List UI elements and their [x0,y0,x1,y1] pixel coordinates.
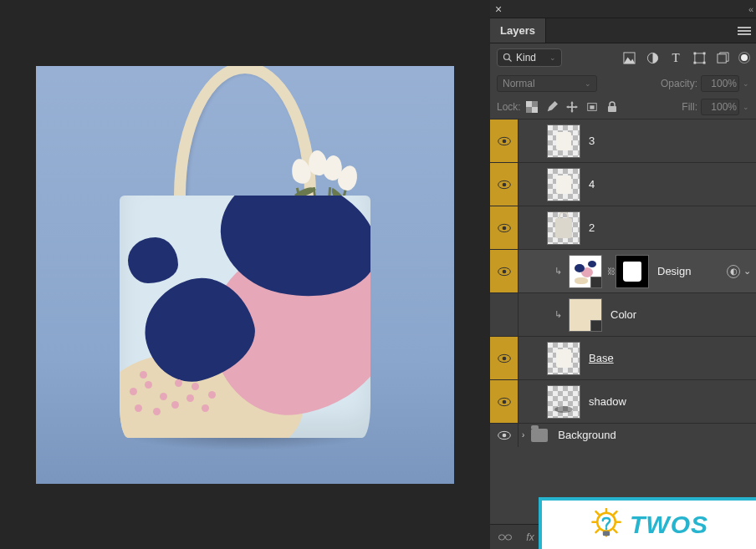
filter-toggle[interactable] [739,53,749,63]
svg-point-3 [504,54,510,60]
visibility-toggle[interactable] [490,293,518,336]
layer-mask-thumbnail[interactable] [616,255,649,288]
layer-row-base[interactable]: Base [490,336,756,379]
layer-row-design[interactable]: ↳ ⛓ Design ◐ ⌄ [490,249,756,292]
blend-row: Normal ⌄ Opacity: 100% ⌄ [490,72,756,95]
layer-name[interactable]: Base [589,352,614,364]
visibility-toggle[interactable] [490,119,518,162]
svg-rect-10 [702,52,705,54]
lock-artboard-icon[interactable] [586,101,598,113]
blend-mode-value: Normal [503,78,535,89]
link-mask-icon[interactable]: ⛓ [607,267,616,276]
visibility-toggle[interactable] [490,380,518,423]
lock-label: Lock: [497,101,521,113]
svg-rect-8 [694,53,703,62]
expand-caret-icon[interactable]: › [522,430,524,440]
svg-rect-9 [693,52,696,54]
lock-all-icon[interactable] [606,101,618,113]
svg-rect-19 [608,106,616,112]
layer-thumbnail[interactable] [569,255,602,288]
filter-smartobject-icon[interactable] [716,51,729,64]
eye-icon [498,353,511,363]
visibility-toggle[interactable] [490,250,518,292]
lock-position-icon[interactable] [566,101,578,113]
eye-icon [498,136,511,146]
layer-row-4[interactable]: 4 [490,162,756,206]
filter-type-icon[interactable]: T [669,51,682,64]
opacity-input[interactable]: 100% [701,75,739,92]
svg-rect-16 [532,107,538,113]
layer-name[interactable]: Background [558,429,616,441]
svg-point-25 [502,226,506,230]
layer-thumbnail[interactable] [547,168,580,201]
layer-thumbnail[interactable] [547,211,580,245]
lock-transparency-icon[interactable] [526,101,538,113]
visibility-toggle[interactable] [490,337,518,379]
svg-point-27 [502,269,506,273]
link-layers-icon[interactable] [498,531,512,544]
clip-indicator-icon: ↳ [552,309,564,320]
fx-icon[interactable]: fx [524,531,537,544]
layers-panel: × « Layers Kind ⌄ T [490,0,756,549]
chevron-down-icon[interactable]: ⌄ [743,103,749,111]
chevron-down-icon: ⌄ [585,79,591,88]
close-icon[interactable]: × [495,3,502,16]
layer-thumbnail[interactable] [547,342,580,375]
layer-thumbnail[interactable] [569,298,602,332]
svg-line-4 [509,59,512,62]
artboard[interactable] [36,66,454,484]
svg-rect-34 [499,535,505,540]
svg-rect-15 [526,101,532,107]
layer-row-background-group[interactable]: › Background [490,423,756,446]
panel-tabbar: Layers [490,18,756,43]
canvas-area[interactable] [0,0,490,549]
layer-name[interactable]: shadow [589,395,626,408]
visibility-toggle[interactable] [490,424,518,447]
layer-thumbnail[interactable] [547,125,580,158]
layer-name[interactable]: 2 [589,221,595,234]
chevron-down-icon[interactable]: ⌄ [743,79,749,88]
layer-row-3[interactable]: 3 [490,119,756,162]
layer-name[interactable]: 3 [589,135,595,147]
layer-name[interactable]: Color [610,308,636,321]
lock-pixels-icon[interactable] [546,101,558,113]
layer-row-2[interactable]: 2 [490,206,756,249]
visibility-toggle[interactable] [490,206,518,249]
panel-menu-icon[interactable] [733,18,756,43]
layer-thumbnail[interactable] [547,385,580,419]
layer-row-shadow[interactable]: shadow [490,379,756,423]
layers-list[interactable]: 3 4 [490,119,756,524]
filter-shape-icon[interactable] [692,51,706,64]
chevron-down-icon: ⌄ [549,53,556,62]
clip-indicator-icon: ↳ [552,266,564,277]
layer-row-color[interactable]: ↳ Color [490,292,756,336]
kind-label: Kind [516,52,536,64]
bag-body [120,196,370,438]
visibility-toggle[interactable] [490,163,518,206]
folder-icon [531,429,548,442]
panel-topbar: × « [490,0,756,18]
eye-icon [498,267,511,277]
tab-layers[interactable]: Layers [490,18,546,43]
filter-adjustment-icon[interactable] [646,51,659,64]
watermark: TWOS [539,497,756,549]
svg-point-29 [502,356,506,360]
kind-filter-dropdown[interactable]: Kind ⌄ [497,48,562,67]
svg-rect-35 [506,535,512,540]
svg-rect-0 [738,27,751,28]
fill-input[interactable]: 100% [701,99,739,115]
expand-icon[interactable]: ⌄ [743,266,751,277]
svg-rect-1 [738,30,751,32]
svg-rect-18 [590,105,594,109]
layer-name[interactable]: Design [657,265,691,277]
fill-value: 100% [711,101,737,113]
blend-mode-dropdown[interactable]: Normal ⌄ [497,75,597,92]
search-icon [503,53,513,63]
layer-name[interactable]: 4 [589,178,595,191]
collapse-icon[interactable]: « [748,4,751,14]
smart-filter-icon[interactable]: ◐ [727,265,740,278]
filter-pixel-icon[interactable] [622,51,636,64]
lock-row: Lock: Fill: 100% ⌄ [490,95,756,119]
eye-icon [498,397,511,407]
svg-point-31 [502,399,506,404]
